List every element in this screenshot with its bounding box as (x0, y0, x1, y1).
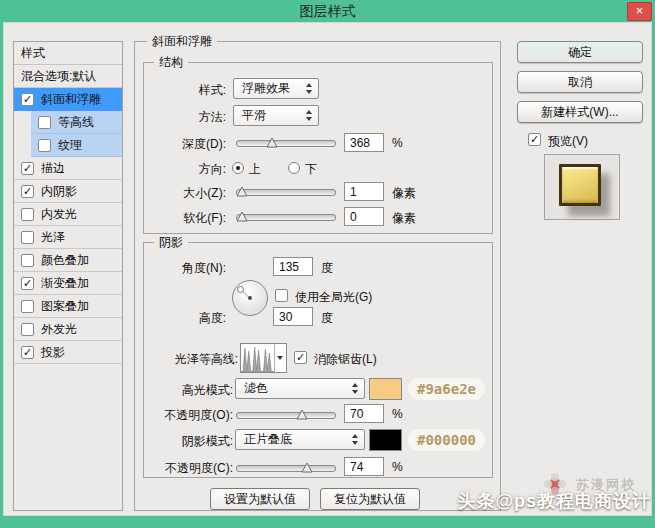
angle-label: 角度(N): (144, 260, 226, 277)
slider-thumb[interactable] (236, 211, 248, 222)
soften-slider[interactable] (236, 211, 336, 224)
direction-up-label: 上 (249, 161, 261, 178)
sidebar-item[interactable]: 图案叠加 (14, 295, 122, 318)
slider-thumb[interactable] (296, 409, 308, 420)
style-checkbox[interactable] (38, 116, 51, 129)
use-global-light-label: 使用全局光(G) (295, 289, 372, 306)
sidebar-item-label: 外发光 (41, 321, 77, 338)
direction-down-label: 下 (305, 161, 317, 178)
slider-thumb[interactable] (236, 186, 248, 197)
highlight-color-swatch[interactable] (369, 378, 402, 400)
sidebar-item-label: 纹理 (58, 137, 82, 154)
sidebar-item-label: 描边 (41, 160, 65, 177)
soften-input[interactable] (344, 207, 384, 226)
use-global-light-checkbox[interactable] (275, 289, 288, 302)
sidebar-item[interactable]: 内阴影 (14, 180, 122, 203)
sidebar-item[interactable]: 内发光 (14, 203, 122, 226)
shadow-mode-select[interactable]: 正片叠底 (235, 429, 365, 450)
angle-unit: 度 (321, 260, 333, 277)
gloss-contour-picker[interactable] (240, 343, 287, 373)
sidebar-item[interactable]: 光泽 (14, 226, 122, 249)
shadow-opacity-slider[interactable] (236, 462, 336, 475)
reset-default-button[interactable]: 复位为默认值 (320, 488, 420, 510)
sidebar-item-label: 内发光 (41, 206, 77, 223)
altitude-unit: 度 (321, 310, 333, 327)
style-select[interactable]: 浮雕效果 (233, 78, 319, 99)
new-style-button[interactable]: 新建样式(W)... (517, 101, 643, 123)
contour-thumbnail-icon (241, 344, 274, 372)
size-input[interactable] (344, 182, 384, 201)
highlight-mode-value: 滤色 (244, 381, 268, 395)
sidebar-item[interactable]: 渐变叠加 (14, 272, 122, 295)
sidebar-item[interactable]: 纹理 (31, 134, 122, 157)
style-checkbox[interactable] (38, 139, 51, 152)
style-checkbox[interactable] (21, 300, 34, 313)
slider-track[interactable] (236, 189, 336, 196)
anti-alias-checkbox[interactable] (294, 351, 307, 364)
slider-thumb[interactable] (266, 137, 278, 148)
slider-thumb[interactable] (301, 462, 313, 473)
panel-title: 斜面和浮雕 (147, 34, 217, 48)
dialog-title: 图层样式 (0, 3, 655, 21)
style-select-value: 浮雕效果 (242, 81, 290, 95)
style-checkbox[interactable] (21, 323, 34, 336)
style-checkbox[interactable] (21, 208, 34, 221)
sidebar-item[interactable]: 颜色叠加 (14, 249, 122, 272)
close-button[interactable]: × (627, 2, 652, 21)
depth-input[interactable] (344, 133, 384, 152)
direction-label: 方向: (144, 161, 226, 178)
ok-button[interactable]: 确定 (517, 41, 643, 63)
soften-label: 软化(F): (144, 210, 226, 227)
highlight-opacity-label: 不透明度(O): (144, 407, 233, 424)
soften-unit: 像素 (392, 210, 416, 227)
titlebar[interactable]: 图层样式 × (0, 0, 655, 22)
method-select-value: 平滑 (242, 108, 266, 122)
angle-dial[interactable] (232, 280, 268, 316)
shadow-opacity-input[interactable] (344, 457, 384, 476)
slider-track[interactable] (236, 214, 336, 221)
style-checkbox[interactable] (21, 346, 34, 359)
direction-down-radio[interactable] (288, 162, 300, 174)
sidebar-item-blending-options[interactable]: 混合选项:默认 (14, 65, 122, 88)
size-unit: 像素 (392, 185, 416, 202)
angle-dial-handle[interactable] (237, 286, 244, 293)
style-checkbox[interactable] (21, 185, 34, 198)
highlight-opacity-slider[interactable] (236, 409, 336, 422)
angle-input[interactable] (273, 257, 313, 276)
shadow-color-swatch[interactable] (369, 429, 402, 451)
sidebar-item[interactable]: 斜面和浮雕 (14, 88, 122, 111)
sidebar-item[interactable]: 描边 (14, 157, 122, 180)
shading-group: 阴影 角度(N): 度 使用全局光(G) 高度: 度 光泽等高线: (143, 242, 493, 478)
preview-checkbox[interactable] (528, 133, 541, 146)
layer-style-dialog: 图层样式 × 样式 混合选项:默认 斜面和浮雕等高线纹理描边内阴影内发光光泽颜色… (0, 0, 655, 528)
method-select[interactable]: 平滑 (233, 105, 319, 126)
depth-label: 深度(D): (144, 136, 226, 153)
style-checkbox[interactable] (21, 162, 34, 175)
dialog-body: 样式 混合选项:默认 斜面和浮雕等高线纹理描边内阴影内发光光泽颜色叠加渐变叠加图… (3, 22, 652, 516)
updown-arrows-icon (306, 83, 313, 94)
cancel-button[interactable]: 取消 (517, 71, 643, 93)
contour-dropdown-arrow-icon[interactable] (274, 344, 286, 372)
direction-up-radio[interactable] (232, 162, 244, 174)
sidebar-item-label: 投影 (41, 344, 65, 361)
slider-track[interactable] (236, 140, 336, 147)
altitude-input[interactable] (273, 307, 313, 326)
size-slider[interactable] (236, 186, 336, 199)
style-checkbox[interactable] (21, 254, 34, 267)
slider-track[interactable] (236, 465, 336, 472)
sidebar-item-list: 斜面和浮雕等高线纹理描边内阴影内发光光泽颜色叠加渐变叠加图案叠加外发光投影 (14, 88, 122, 364)
updown-arrows-icon (306, 110, 313, 121)
sidebar-item[interactable]: 投影 (14, 341, 122, 364)
style-checkbox[interactable] (21, 231, 34, 244)
highlight-opacity-input[interactable] (344, 404, 384, 423)
style-label: 样式: (144, 82, 226, 99)
sidebar-item[interactable]: 外发光 (14, 318, 122, 341)
shadow-mode-label: 阴影模式: (144, 433, 233, 450)
style-checkbox[interactable] (21, 93, 34, 106)
sidebar-item[interactable]: 等高线 (31, 111, 122, 134)
highlight-mode-select[interactable]: 滤色 (235, 378, 365, 399)
style-checkbox[interactable] (21, 277, 34, 290)
set-default-button[interactable]: 设置为默认值 (210, 488, 310, 510)
depth-slider[interactable] (236, 137, 336, 150)
slider-track[interactable] (236, 412, 336, 419)
